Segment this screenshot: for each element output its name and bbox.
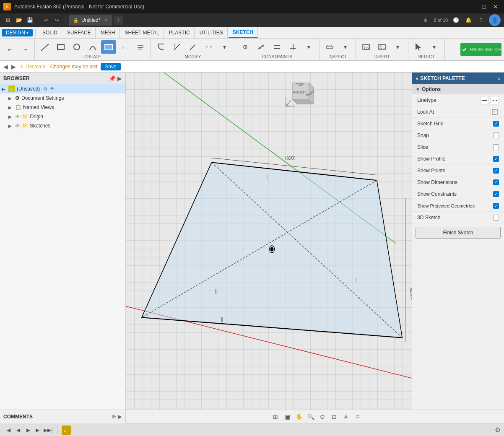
tab-solid[interactable]: SOLID [38, 27, 62, 38]
new-file-icon[interactable]: ⊞ [3, 16, 13, 25]
constraint-collinear-btn[interactable] [254, 40, 269, 54]
show-profile-checkbox[interactable]: ✓ [493, 156, 499, 162]
linetype-solid-btn[interactable]: — [481, 96, 489, 104]
maximize-button[interactable]: □ [479, 2, 489, 12]
new-tab-button[interactable]: + [114, 16, 123, 25]
show-projected-checkbox[interactable]: ✓ [493, 203, 499, 209]
design-dropdown[interactable]: DESIGN ▾ [2, 29, 33, 36]
browser-item-origin[interactable]: ▶ 👁 📁 Origin [0, 112, 125, 121]
display-settings-icon[interactable]: ⊟ [330, 412, 339, 421]
linetype-dashed-btn[interactable]: - - [491, 96, 499, 104]
timeline-settings-icon[interactable]: ⚙ [495, 426, 501, 434]
browser-item-doc-settings[interactable]: ▶ ⚙ Document Settings [0, 93, 125, 103]
show-dimensions-checkbox[interactable]: ✓ [493, 179, 499, 185]
timeline-start-btn[interactable]: |◀ [3, 426, 13, 435]
help-icon[interactable]: ? [476, 16, 486, 25]
modify-trim-btn[interactable] [169, 40, 184, 54]
undo-icon[interactable]: ↩ [42, 16, 51, 25]
insert-more-btn[interactable]: ▾ [390, 40, 405, 54]
tab-close-button[interactable]: ✕ [104, 18, 108, 23]
modify-extend-btn[interactable] [185, 40, 200, 54]
finish-sketch-toolbar-btn[interactable]: FINISH SKETCH [460, 43, 501, 56]
close-button[interactable]: ✕ [491, 2, 501, 12]
sketches-icon: 📁 [22, 123, 28, 129]
inspect-more-btn[interactable]: ▾ [338, 40, 353, 54]
modify-break-btn[interactable] [201, 40, 216, 54]
clock-icon[interactable]: 🕐 [451, 16, 460, 25]
tab-utilities[interactable]: UTILITIES [195, 27, 228, 38]
redo-icon[interactable]: ↪ [52, 16, 62, 25]
timeline-sketch-icon[interactable]: ⊡ [62, 426, 71, 435]
inspect-measure-btn[interactable] [322, 40, 337, 54]
show-points-checkbox[interactable]: ✓ [493, 168, 499, 174]
sketch-grid-checkbox[interactable]: ✓ [493, 121, 499, 127]
sketch-fwd-btn[interactable]: ↪ [18, 43, 33, 56]
zoom-icon[interactable]: 🔍 [306, 412, 315, 421]
pan-icon[interactable]: ✋ [294, 412, 304, 421]
snap-checkbox[interactable] [493, 132, 499, 138]
constraint-perp-btn[interactable] [286, 40, 301, 54]
nav-back-arrow[interactable]: ◀ [3, 63, 8, 70]
show-constraints-checkbox[interactable]: ✓ [493, 191, 499, 197]
display-mode-icon[interactable]: ▣ [283, 412, 292, 421]
add-tab-icon[interactable]: ⊕ [421, 16, 430, 25]
3d-sketch-checkbox[interactable] [493, 215, 499, 221]
browser-item-unsaved[interactable]: ▶ □ (Unsaved) ⚙ 👁 [0, 84, 125, 93]
zoom-out-icon[interactable]: ⊖ [318, 412, 327, 421]
constraint-parallel-btn[interactable] [270, 40, 285, 54]
timeline-prev-btn[interactable]: ◀ [13, 426, 23, 435]
browser-item-sketches[interactable]: ▶ 👁 📁 Sketches [0, 121, 125, 130]
tab-surface[interactable]: SURFACE [63, 27, 96, 38]
modify-fillet-btn[interactable] [153, 40, 169, 54]
browser-expand-icon[interactable]: ▶ [117, 75, 122, 82]
sketch-back-btn[interactable]: ↩ [2, 43, 17, 56]
browser-item-named-views[interactable]: ▶ 📋 Named Views [0, 103, 125, 112]
create-arc-btn[interactable] [85, 40, 100, 54]
browser-settings-icon[interactable]: ⚙ [43, 86, 47, 92]
grid-icon[interactable]: # [341, 412, 351, 421]
save-button[interactable]: Save [101, 63, 120, 70]
create-rect-btn[interactable] [53, 40, 68, 54]
slice-checkbox[interactable] [493, 144, 499, 150]
create-rectangle-highlighted-btn[interactable] [101, 40, 116, 54]
nav-fwd-arrow[interactable]: ▶ [11, 63, 16, 70]
create-circle-btn[interactable] [69, 40, 84, 54]
view-cube[interactable]: FRONT RIGHT TOP X Y Z [284, 77, 317, 110]
insert-svg-btn[interactable]: SVG [359, 40, 374, 54]
notification-icon[interactable]: 🔔 [464, 16, 473, 25]
modify-more-btn[interactable]: ▾ [217, 40, 232, 54]
palette-expand-icon[interactable]: » [497, 75, 501, 82]
create-line-btn[interactable] [37, 40, 52, 54]
fit-view-icon[interactable]: ⊞ [271, 412, 280, 421]
browser-eye-icon[interactable]: 👁 [50, 86, 55, 91]
tab-mesh[interactable]: MESH [96, 27, 120, 38]
user-avatar[interactable]: 👤 [489, 14, 501, 26]
slice-row: Slice [412, 141, 504, 153]
finish-sketch-palette-btn[interactable]: Finish Sketch [416, 227, 501, 239]
timeline-end-btn[interactable]: ▶▶| [44, 426, 53, 435]
show-constraints-row: Show Constraints ✓ [412, 188, 504, 200]
comments-expand-icon[interactable]: ▶ [118, 413, 122, 420]
tab-sketch[interactable]: SKETCH [229, 27, 258, 38]
create-more-btn[interactable] [133, 40, 148, 54]
create-trim-btn[interactable]: ⌂ [117, 40, 132, 54]
appearance-icon[interactable]: ≡ [353, 412, 362, 421]
constraint-more-btn[interactable]: ▾ [301, 40, 317, 54]
look-at-btn[interactable] [491, 108, 499, 116]
current-tab[interactable]: 🔒 Untitled* ✕ [69, 15, 112, 26]
save-icon[interactable]: 💾 [25, 16, 34, 25]
select-mode-btn[interactable] [411, 40, 426, 54]
options-section-header[interactable]: ▼ Options [412, 84, 504, 94]
timeline-play-btn[interactable]: ▶ [23, 426, 33, 435]
open-file-icon[interactable]: 📂 [14, 16, 23, 25]
tab-sheet-metal[interactable]: SHEET METAL [120, 27, 164, 38]
comments-add-icon[interactable]: ⊕ [112, 413, 116, 420]
insert-image-btn[interactable] [374, 40, 390, 54]
timeline-next-btn[interactable]: ▶| [34, 426, 43, 435]
browser-pin-icon[interactable]: 📌 [109, 75, 116, 82]
select-more-btn[interactable]: ▾ [427, 40, 442, 54]
tab-plastic[interactable]: PLASTIC [165, 27, 195, 38]
sketches-eye-icon: 👁 [15, 123, 20, 129]
constraint-coincident-btn[interactable] [238, 40, 253, 54]
minimize-button[interactable]: ─ [467, 2, 477, 12]
